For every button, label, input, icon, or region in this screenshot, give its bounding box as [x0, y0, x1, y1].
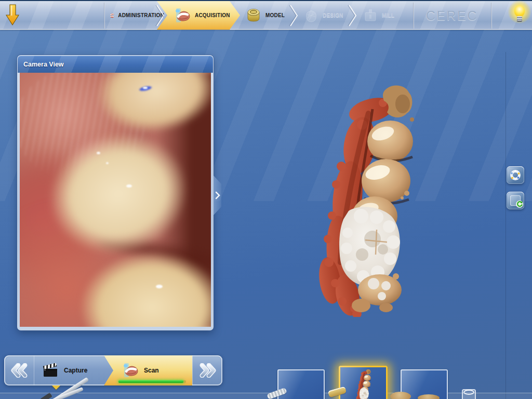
capture-label: Capture: [64, 367, 87, 374]
instrument-bar: [50, 387, 84, 399]
step-label: MILL: [382, 12, 394, 18]
back-button[interactable]: [6, 4, 20, 28]
instrument-tip: [40, 393, 52, 399]
double-chevron-left-icon: [10, 363, 29, 378]
workflow-step-design: DESIGN: [300, 1, 352, 30]
workflow-step-mill: MILL: [360, 1, 411, 30]
scan-button[interactable]: Scan: [104, 355, 192, 385]
workflow-step-model[interactable]: MODEL: [243, 1, 296, 30]
camera-panel-title: Camera View: [23, 61, 64, 68]
step-label: ACQUISITION: [195, 12, 230, 18]
scan-progress-fill: [118, 380, 183, 383]
step-label: DESIGN: [323, 12, 343, 18]
tooth-mesh-icon: [303, 8, 319, 23]
camera-panel-header: Camera View: [18, 56, 213, 73]
denture-scan-icon: [121, 363, 139, 378]
double-chevron-right-icon: [198, 363, 217, 378]
denture-icon-partial: [418, 394, 440, 399]
mill-machine-icon: [363, 8, 378, 23]
chevron-separator-icon: [155, 5, 165, 26]
orbit-view-button[interactable]: [507, 166, 524, 184]
camera-live-image: [20, 73, 211, 327]
step-label: MODEL: [265, 12, 285, 18]
chevron-right-icon: [215, 191, 220, 200]
scan-label: Scan: [144, 367, 159, 374]
reset-view-icon: [510, 195, 521, 206]
chevron-separator-icon: [104, 359, 114, 382]
cerec-app-window: ADMINISTRATION ACQUISITION MODEL: [0, 0, 532, 399]
gold-model-icon: [245, 7, 262, 24]
next-step-button[interactable]: [192, 355, 222, 385]
camera-image-layer: [97, 152, 100, 154]
orbit-ring-icon: [509, 169, 522, 181]
brand-logo: CEREC: [416, 1, 488, 30]
camera-image-layer: [126, 184, 132, 188]
reset-view-button[interactable]: [507, 192, 524, 209]
help-button[interactable]: [511, 4, 528, 28]
scan-thumbnail[interactable]: [277, 369, 325, 399]
refresh-arrows-icon: [515, 200, 524, 208]
acquisition-toolbar: Capture Scan: [4, 355, 222, 385]
previous-step-button[interactable]: [4, 355, 34, 385]
camera-view-panel: Camera View: [17, 55, 214, 330]
denture-icon-partial: [390, 392, 411, 399]
workflow-step-acquisition[interactable]: ACQUISITION: [157, 1, 240, 30]
denture-scan-icon: [172, 8, 191, 23]
topbar-divider: [491, 3, 492, 29]
glass-cup-icon-partial: [462, 389, 476, 399]
thumbnail-sheen: [277, 369, 325, 399]
topbar-divider: [413, 3, 414, 29]
scan-thumbnail[interactable]: [339, 366, 388, 399]
camera-image-layer: [143, 87, 148, 89]
camera-panel-collapse-handle[interactable]: [214, 176, 221, 215]
instrument-icon-partial: [36, 387, 104, 399]
scan-model-3d: [310, 83, 417, 317]
denture-open-icon: [110, 7, 114, 24]
right-panel-divider: [506, 52, 506, 399]
scan-progress-bar: [118, 380, 186, 383]
chevron-separator-icon: [348, 5, 357, 26]
chevron-separator-icon: [289, 5, 298, 26]
lightbulb-icon: [514, 5, 525, 17]
clapperboard-icon: [43, 363, 58, 378]
lightbulb-base: [517, 16, 522, 22]
camera-image-layer: [106, 162, 109, 164]
capture-button[interactable]: Capture: [34, 355, 104, 385]
top-workflow-bar: ADMINISTRATION ACQUISITION MODEL: [0, 0, 532, 30]
model-3d-viewport[interactable]: [310, 83, 417, 317]
viewport-side-tools: [507, 166, 524, 209]
yellow-down-arrow-icon: [6, 4, 19, 26]
scan-model-thumbnail: [352, 369, 374, 399]
camera-image-layer: [156, 285, 163, 288]
